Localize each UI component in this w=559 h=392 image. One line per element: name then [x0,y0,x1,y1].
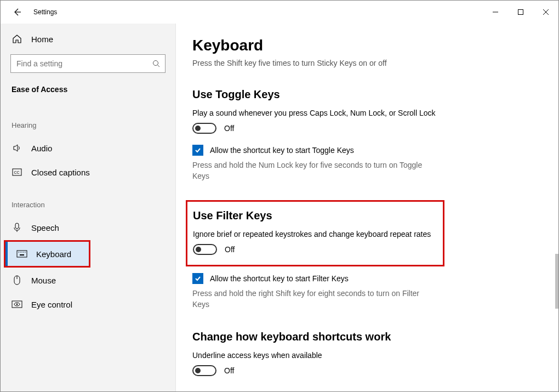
checkbox-row: Allow the shortcut key to start Filter K… [192,273,542,284]
svg-rect-10 [17,251,27,257]
page-subtitle: Press the Shift key five times to turn S… [192,59,542,67]
svg-rect-1 [518,10,523,15]
titlebar: Settings [1,1,558,24]
sidebar-item-speech[interactable]: Speech [1,215,175,240]
sidebar-item-label: Speech [31,223,59,232]
toggle-row: Off [192,365,542,376]
sidebar: Home Ease of Access Hearing Audio CC Clo… [1,24,176,391]
toggle-state: Off [224,124,234,133]
svg-rect-16 [20,254,24,255]
svg-point-11 [18,252,19,252]
eye-control-icon [12,299,22,310]
svg-point-14 [23,252,24,252]
highlight-filter-keys: Use Filter Keys Ignore brief or repeated… [186,200,444,266]
closed-captions-icon: CC [12,167,22,178]
window-controls [483,1,558,24]
search-box[interactable] [10,54,166,73]
sidebar-item-label: Closed captions [31,168,90,177]
sidebar-item-label: Mouse [31,276,56,285]
section-hint: Press and hold the Num Lock key for five… [192,160,433,181]
back-button[interactable] [10,5,24,19]
svg-point-15 [25,252,25,252]
content: Keyboard Press the Shift key five times … [176,24,558,391]
section-hint: Press and hold the right Shift key for e… [192,288,433,310]
section-heading: Use Filter Keys [193,209,437,222]
svg-line-5 [158,65,160,67]
search-icon [147,60,165,67]
section-desc: Ignore brief or repeated keystrokes and … [193,230,437,238]
maximize-button[interactable] [508,1,533,24]
filter-keys-toggle[interactable] [193,244,217,255]
underline-access-keys-toggle[interactable] [192,365,216,376]
close-button[interactable] [533,1,558,24]
svg-point-13 [21,252,22,252]
home-icon [12,33,22,44]
sidebar-home[interactable]: Home [1,28,175,50]
toggle-state: Off [225,245,235,254]
sidebar-item-mouse[interactable]: Mouse [1,268,175,292]
toggle-row: Off [193,244,437,255]
section-heading: Change how keyboard shortcuts work [192,331,542,343]
page-title: Keyboard [192,37,542,54]
minimize-button[interactable] [483,1,508,24]
sidebar-item-label: Keyboard [36,249,71,259]
scrollbar-thumb[interactable] [555,254,558,309]
filter-keys-shortcut-checkbox[interactable] [192,273,203,284]
toggle-state: Off [224,366,234,375]
svg-rect-8 [15,223,19,229]
sidebar-item-keyboard[interactable]: Keyboard [5,242,89,266]
sidebar-home-label: Home [31,35,53,44]
layout: Home Ease of Access Hearing Audio CC Clo… [1,24,558,391]
toggle-keys-shortcut-checkbox[interactable] [192,145,203,156]
toggle-keys-toggle[interactable] [192,123,216,134]
sidebar-item-label: Audio [31,144,52,153]
checkbox-label: Allow the shortcut key to start Toggle K… [210,146,354,155]
section-heading: Use Toggle Keys [192,88,542,101]
group-interaction: Interaction [1,184,175,215]
section-desc: Play a sound whenever you press Caps Loc… [192,109,542,117]
svg-point-21 [16,304,18,305]
sidebar-item-closed-captions[interactable]: CC Closed captions [1,160,175,184]
svg-text:CC: CC [14,171,20,174]
svg-point-4 [153,61,158,66]
sidebar-item-label: Eye control [31,300,72,309]
mic-icon [12,222,22,233]
toggle-row: Off [192,123,542,134]
sidebar-item-audio[interactable]: Audio [1,136,175,160]
checkbox-row: Allow the shortcut key to start Toggle K… [192,145,542,156]
section-shortcuts: Change how keyboard shortcuts work Under… [192,331,542,376]
mouse-icon [12,275,22,286]
audio-icon [12,143,22,154]
group-hearing: Hearing [1,105,175,136]
keyboard-icon [16,248,27,259]
checkbox-label: Allow the shortcut key to start Filter K… [210,274,349,283]
svg-point-12 [20,252,20,252]
sidebar-section-title: Ease of Access [1,82,175,105]
sidebar-item-eye-control[interactable]: Eye control [1,292,175,316]
section-desc: Underline access keys when available [192,351,542,360]
window-title: Settings [33,8,57,16]
search-input[interactable] [11,59,147,68]
highlight-keyboard: Keyboard [4,240,90,268]
section-toggle-keys: Use Toggle Keys Play a sound whenever yo… [192,88,542,181]
